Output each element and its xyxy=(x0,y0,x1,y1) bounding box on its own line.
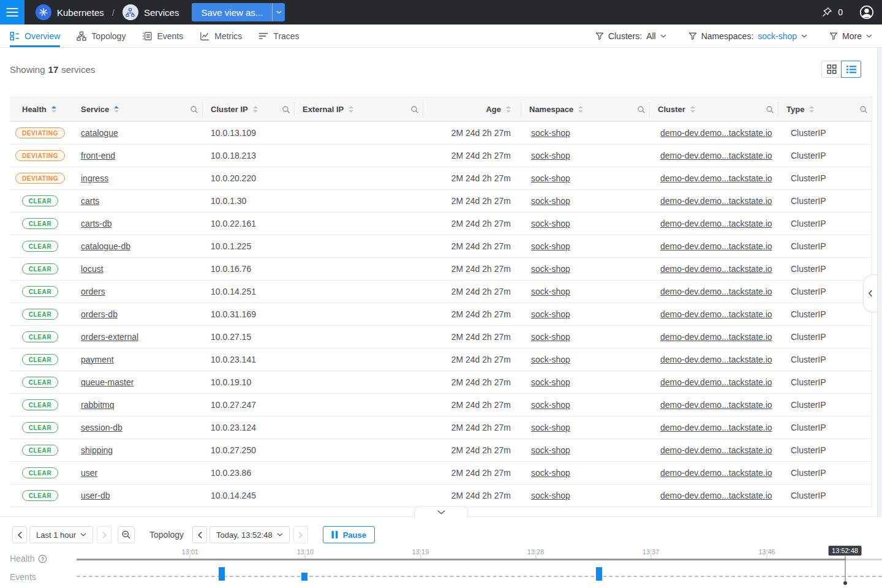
namespace-link[interactable]: sock-shop xyxy=(531,309,570,319)
tab-topology[interactable]: Topology xyxy=(77,24,126,47)
namespaces-filter[interactable]: Namespaces: sock-shop xyxy=(688,31,807,41)
cluster-link[interactable]: demo-dev.demo...tackstate.io xyxy=(660,287,772,296)
event-marker[interactable] xyxy=(596,567,602,581)
service-link[interactable]: carts-db xyxy=(81,219,112,228)
timeline-track[interactable]: 13:52:48 13:0113:1013:1913:2813:3713:46 xyxy=(77,548,882,588)
health-badge[interactable]: CLEAR xyxy=(22,399,58,410)
service-link[interactable]: user xyxy=(81,468,97,478)
col-header-cluster[interactable]: Cluster xyxy=(649,97,778,121)
event-marker[interactable] xyxy=(219,567,225,581)
time-selector[interactable]: Today, 13:52:48 xyxy=(209,526,290,543)
service-link[interactable]: carts xyxy=(81,196,99,206)
namespace-link[interactable]: sock-shop xyxy=(531,128,570,138)
tab-traces[interactable]: Traces xyxy=(258,24,299,47)
namespace-link[interactable]: sock-shop xyxy=(531,423,570,432)
cluster-link[interactable]: demo-dev.demo...tackstate.io xyxy=(660,264,772,274)
service-link[interactable]: payment xyxy=(81,355,114,364)
col-header-cluster-ip[interactable]: Cluster IP xyxy=(202,97,294,121)
service-link[interactable]: user-db xyxy=(81,491,110,500)
cluster-link[interactable]: demo-dev.demo...tackstate.io xyxy=(660,355,772,364)
health-badge[interactable]: CLEAR xyxy=(22,263,58,274)
cluster-link[interactable]: demo-dev.demo...tackstate.io xyxy=(660,196,772,206)
service-link[interactable]: shipping xyxy=(81,445,113,455)
service-link[interactable]: front-end xyxy=(81,151,115,160)
col-header-service[interactable]: Service xyxy=(70,97,202,121)
col-header-type[interactable]: Type xyxy=(778,97,872,121)
health-badge[interactable]: CLEAR xyxy=(22,309,58,320)
health-badge[interactable]: DEVIATING xyxy=(15,127,65,138)
right-panel-expand-handle[interactable] xyxy=(863,274,877,312)
save-view-dropdown-button[interactable] xyxy=(272,3,285,21)
cluster-link[interactable]: demo-dev.demo...tackstate.io xyxy=(660,128,772,138)
range-back-button[interactable] xyxy=(12,526,27,543)
service-link[interactable]: queue-master xyxy=(81,377,134,387)
search-icon[interactable] xyxy=(282,105,290,114)
tab-metrics[interactable]: Metrics xyxy=(200,24,242,47)
namespace-link[interactable]: sock-shop xyxy=(531,377,570,387)
service-link[interactable]: orders xyxy=(81,287,105,296)
service-link[interactable]: orders-db xyxy=(81,309,118,319)
health-badge[interactable]: CLEAR xyxy=(22,195,58,206)
cluster-link[interactable]: demo-dev.demo...tackstate.io xyxy=(660,445,772,455)
clusters-filter[interactable]: Clusters: All xyxy=(595,31,666,41)
timeline-cursor-line[interactable] xyxy=(845,556,845,583)
timeline-cursor-dot[interactable] xyxy=(843,581,847,585)
service-link[interactable]: catalogue-db xyxy=(81,241,130,251)
cluster-link[interactable]: demo-dev.demo...tackstate.io xyxy=(660,491,772,500)
namespace-link[interactable]: sock-shop xyxy=(531,332,570,342)
namespace-link[interactable]: sock-shop xyxy=(531,400,570,410)
cluster-link[interactable]: demo-dev.demo...tackstate.io xyxy=(660,173,772,183)
col-header-health[interactable]: Health xyxy=(10,97,70,121)
more-filters[interactable]: More xyxy=(829,31,872,41)
help-icon[interactable]: ? xyxy=(38,554,47,564)
namespace-link[interactable]: sock-shop xyxy=(531,287,570,296)
cluster-link[interactable]: demo-dev.demo...tackstate.io xyxy=(660,423,772,432)
tab-events[interactable]: Events xyxy=(142,24,183,47)
user-avatar-button[interactable] xyxy=(859,4,875,20)
namespace-link[interactable]: sock-shop xyxy=(531,219,570,228)
health-badge[interactable]: CLEAR xyxy=(22,377,58,388)
pause-button[interactable]: Pause xyxy=(323,526,375,543)
time-back-button[interactable] xyxy=(192,526,207,543)
range-forward-button[interactable] xyxy=(97,526,111,543)
time-range-selector[interactable]: Last 1 hour xyxy=(29,526,93,543)
search-icon[interactable] xyxy=(859,105,868,114)
namespace-link[interactable]: sock-shop xyxy=(531,468,570,478)
health-badge[interactable]: CLEAR xyxy=(22,445,58,456)
list-view-button[interactable] xyxy=(841,61,861,78)
cluster-link[interactable]: demo-dev.demo...tackstate.io xyxy=(660,468,772,478)
namespace-link[interactable]: sock-shop xyxy=(531,241,570,251)
search-icon[interactable] xyxy=(410,105,419,114)
event-marker[interactable] xyxy=(301,573,307,581)
service-link[interactable]: ingress xyxy=(81,173,108,183)
col-header-namespace[interactable]: Namespace xyxy=(521,97,649,121)
health-badge[interactable]: CLEAR xyxy=(22,241,58,252)
service-link[interactable]: rabbitmq xyxy=(81,400,114,410)
service-link[interactable]: locust xyxy=(81,264,104,274)
col-header-age[interactable]: Age xyxy=(423,97,521,121)
service-link[interactable]: session-db xyxy=(81,423,123,432)
health-badge[interactable]: CLEAR xyxy=(22,467,58,478)
search-icon[interactable] xyxy=(190,105,198,114)
breadcrumb-view[interactable]: Services xyxy=(144,7,179,18)
namespace-link[interactable]: sock-shop xyxy=(531,196,570,206)
health-badge[interactable]: CLEAR xyxy=(22,331,58,342)
health-badge[interactable]: DEVIATING xyxy=(15,173,65,184)
cluster-link[interactable]: demo-dev.demo...tackstate.io xyxy=(660,241,772,251)
health-badge[interactable]: CLEAR xyxy=(22,354,58,365)
zoom-out-button[interactable] xyxy=(118,526,135,543)
save-view-button[interactable]: Save view as... xyxy=(192,3,272,21)
breadcrumb-app[interactable]: Kubernetes xyxy=(57,7,104,18)
col-header-external-ip[interactable]: External IP xyxy=(294,97,423,121)
namespace-link[interactable]: sock-shop xyxy=(531,445,570,455)
timeline-cursor-tooltip[interactable]: 13:52:48 xyxy=(828,546,862,556)
search-icon[interactable] xyxy=(766,105,774,114)
cluster-link[interactable]: demo-dev.demo...tackstate.io xyxy=(660,309,772,319)
health-badge[interactable]: DEVIATING xyxy=(15,150,65,161)
tab-overview[interactable]: Overview xyxy=(10,24,60,47)
namespace-link[interactable]: sock-shop xyxy=(531,355,570,364)
service-link[interactable]: orders-external xyxy=(81,332,138,342)
cluster-link[interactable]: demo-dev.demo...tackstate.io xyxy=(660,332,772,342)
namespace-link[interactable]: sock-shop xyxy=(531,264,570,274)
search-icon[interactable] xyxy=(637,105,646,114)
